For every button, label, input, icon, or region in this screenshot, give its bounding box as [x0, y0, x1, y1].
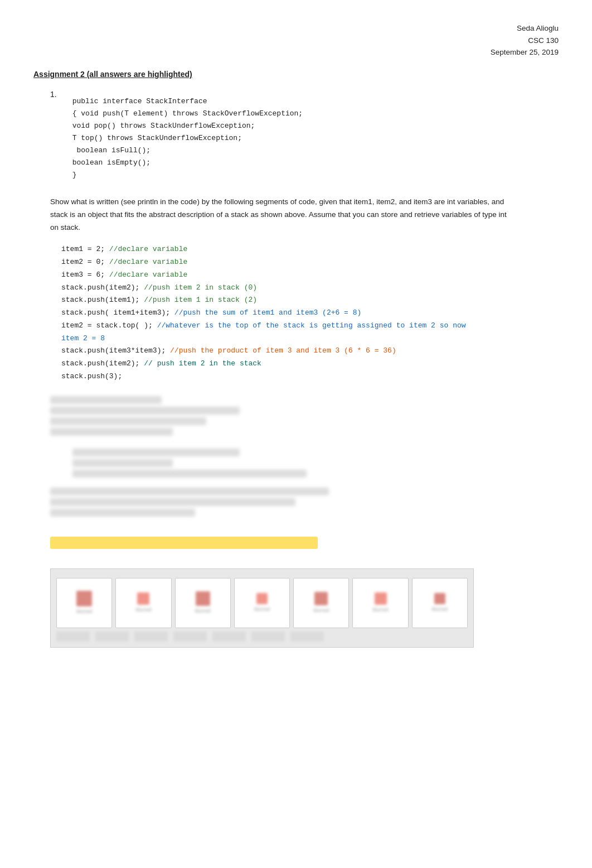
image-grid: blurred blurred blurred [56, 578, 468, 628]
image-cell-7: blurred [412, 578, 468, 628]
code-colored-line-10: stack.push(item2); // push item 2 in the… [61, 358, 559, 370]
highlight-bar-container [50, 527, 559, 558]
code-text: stack.push(item3*item3); [61, 346, 166, 355]
highlight-bar [50, 537, 318, 549]
image-grid-container: blurred blurred blurred [50, 568, 474, 648]
code-colored-line-3: item3 = 6; //declare variable [61, 269, 559, 282]
code-text: item2 = stack.top( ); [61, 321, 153, 330]
code-line-4: T top() throws StackUnderflowException; [72, 132, 303, 144]
image-cell-5: blurred [293, 578, 349, 628]
code-colored-line-9: stack.push(item3*item3); //push the prod… [61, 345, 559, 358]
question-block: 1. public interface StackInterface { voi… [50, 90, 559, 648]
image-label-6 [251, 631, 285, 642]
code-colored-line-1: item1 = 2; //declare variable [61, 243, 559, 256]
code-colored-line-7: item2 = stack.top( ); //whatever is the … [61, 320, 559, 332]
course: CSC 130 [33, 35, 559, 47]
image-label-4 [173, 631, 207, 642]
image-cell-3: blurred [175, 578, 231, 628]
blurred-section-1 [50, 393, 559, 438]
blurred-section-3 [50, 488, 559, 517]
code-colored-line-6: stack.push( item1+item3); //push the sum… [61, 307, 559, 320]
code-text: stack.push(item2); [61, 283, 139, 292]
comment-7: //whatever is the top of the stack is ge… [157, 321, 466, 330]
code-text: stack.push(item1); [61, 296, 139, 304]
code-text: stack.push( item1+item3); [61, 308, 170, 317]
comment-4: //push item 2 in stack (0) [144, 283, 257, 292]
code-colored-line-4: stack.push(item2); //push item 2 in stac… [61, 282, 559, 295]
code-line-2: { void push(T element) throws StackOverf… [72, 108, 303, 120]
interface-code-block: public interface StackInterface { void p… [61, 90, 303, 187]
image-label-2 [95, 631, 129, 642]
image-label-1 [56, 631, 90, 642]
header-info: Seda Alioglu CSC 130 September 25, 2019 [33, 22, 559, 59]
question-number: 1. [50, 90, 57, 99]
blurred-section-2 [72, 449, 559, 478]
interface-code: public interface StackInterface { void p… [72, 95, 303, 182]
code-line-close: } [72, 169, 303, 181]
image-row-bottom [56, 631, 468, 642]
question-header: 1. public interface StackInterface { voi… [50, 90, 559, 187]
code-text: item1 = 2; [61, 245, 105, 253]
code-text: item3 = 6; [61, 271, 105, 279]
colored-code-block: item1 = 2; //declare variable item2 = 0;… [61, 243, 559, 383]
date: September 25, 2019 [33, 46, 559, 59]
assignment-title: Assignment 2 (all answers are highlighte… [33, 70, 559, 79]
image-cell-6: blurred [352, 578, 408, 628]
comment-6: //push the sum of item1 and item3 (2+6 =… [174, 308, 361, 317]
code-text: stack.push(3); [61, 372, 122, 380]
image-cell-2: blurred [115, 578, 171, 628]
image-label-7 [290, 631, 324, 642]
comment-1: //declare variable [109, 245, 187, 253]
comment-8: item 2 = 8 [61, 334, 105, 343]
description-text: Show what is written (see println in the… [50, 196, 507, 234]
code-line-5: boolean isFull(); [72, 144, 303, 157]
code-colored-line-2: item2 = 0; //declare variable [61, 256, 559, 269]
author-name: Seda Alioglu [33, 22, 559, 35]
comment-2: //declare variable [109, 258, 187, 266]
code-colored-line-8: item 2 = 8 [61, 332, 559, 345]
comment-10: // push item 2 in the stack [144, 359, 261, 368]
image-label-5 [212, 631, 246, 642]
code-colored-line-11: stack.push(3); [61, 370, 559, 383]
comment-3: //declare variable [109, 271, 187, 279]
comment-9: //push the product of item 3 and item 3 … [170, 346, 396, 355]
code-text: item2 = 0; [61, 258, 105, 266]
image-label-3 [134, 631, 168, 642]
comment-5: //push item 1 in stack (2) [144, 296, 257, 304]
code-line-3: void pop() throws StackUnderflowExceptio… [72, 120, 303, 132]
code-line-6: boolean isEmpty(); [72, 157, 303, 169]
code-text: stack.push(item2); [61, 359, 139, 368]
code-line-1: public interface StackInterface [72, 95, 303, 108]
image-cell-4: blurred [234, 578, 290, 628]
image-cell-1: blurred [56, 578, 112, 628]
code-colored-line-5: stack.push(item1); //push item 1 in stac… [61, 294, 559, 307]
